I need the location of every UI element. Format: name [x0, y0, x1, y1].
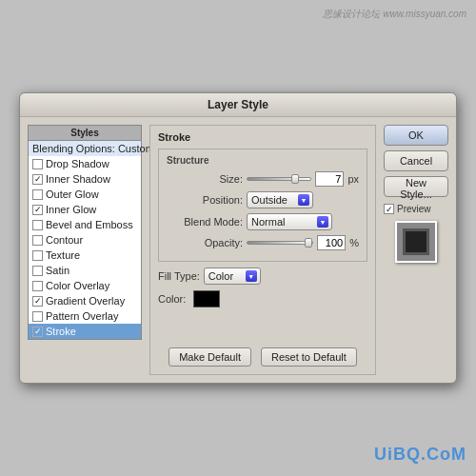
- pattern-overlay-checkbox[interactable]: [32, 311, 43, 322]
- drop-shadow-checkbox[interactable]: [32, 159, 43, 169]
- fill-type-dropdown[interactable]: Color ▼: [204, 268, 261, 285]
- color-overlay-label: Color Overlay: [46, 280, 109, 291]
- position-row: Position: Outside ▼: [167, 191, 359, 208]
- right-panel: OK Cancel New Style... ✓ Preview: [384, 125, 448, 375]
- opacity-label: Opacity:: [167, 237, 243, 248]
- inner-shadow-checkbox[interactable]: ✓: [32, 174, 43, 185]
- texture-checkbox[interactable]: [32, 250, 43, 261]
- styles-list-item-gradient-overlay[interactable]: ✓ Gradient Overlay: [29, 293, 141, 308]
- gradient-overlay-label: Gradient Overlay: [46, 295, 125, 307]
- blending-options-label: Blending Options: Custom: [32, 143, 154, 154]
- size-slider-thumb[interactable]: [291, 174, 299, 184]
- color-label: Color:: [158, 293, 186, 305]
- blend-mode-value: Normal: [251, 216, 285, 228]
- stroke-checkbox[interactable]: ✓: [32, 327, 43, 337]
- ok-button[interactable]: OK: [384, 125, 448, 146]
- fill-type-label: Fill Type:: [158, 270, 200, 282]
- styles-list-item-color-overlay[interactable]: Color Overlay: [29, 278, 141, 293]
- styles-list: Blending Options: Custom Drop Shadow ✓ I…: [28, 140, 142, 340]
- styles-list-item-blending[interactable]: Blending Options: Custom: [29, 141, 141, 156]
- styles-list-item-drop-shadow[interactable]: Drop Shadow: [29, 156, 141, 171]
- preview-label-row: ✓ Preview: [384, 204, 448, 214]
- watermark-bottom: UiBQ.CoM: [374, 445, 466, 465]
- make-default-button[interactable]: Make Default: [169, 347, 251, 367]
- middle-panel: Stroke Structure Size: px: [149, 125, 376, 375]
- size-row: Size: px: [167, 171, 359, 187]
- reset-to-default-button[interactable]: Reset to Default: [261, 347, 357, 367]
- fill-type-value: Color: [208, 270, 233, 282]
- styles-label: Styles: [28, 125, 142, 140]
- position-label: Position:: [167, 194, 243, 206]
- size-input[interactable]: [315, 171, 344, 187]
- opacity-slider-thumb[interactable]: [305, 238, 312, 248]
- gradient-overlay-checkbox[interactable]: ✓: [32, 296, 43, 307]
- structure-subsection-title: Structure: [167, 155, 359, 166]
- stroke-section-title: Stroke: [158, 131, 367, 143]
- opacity-row: Opacity: %: [167, 235, 359, 250]
- pattern-overlay-label: Pattern Overlay: [46, 310, 118, 322]
- inner-glow-checkbox[interactable]: ✓: [32, 205, 43, 215]
- preview-checkbox[interactable]: ✓: [384, 204, 394, 214]
- color-overlay-checkbox[interactable]: [32, 281, 43, 291]
- position-dropdown[interactable]: Outside ▼: [247, 191, 313, 208]
- satin-label: Satin: [46, 265, 69, 276]
- styles-list-item-pattern-overlay[interactable]: Pattern Overlay: [29, 308, 141, 324]
- fill-type-row: Fill Type: Color ▼: [158, 268, 367, 285]
- styles-list-item-bevel-emboss[interactable]: Bevel and Emboss: [29, 217, 141, 232]
- styles-list-item-outer-glow[interactable]: Outer Glow: [29, 187, 141, 202]
- texture-label: Texture: [46, 249, 80, 261]
- layer-style-dialog: Layer Style Styles Blending Options: Cus…: [19, 92, 457, 384]
- styles-list-item-satin[interactable]: Satin: [29, 263, 141, 278]
- position-dropdown-arrow: ▼: [298, 194, 309, 206]
- position-value: Outside: [251, 194, 288, 206]
- bottom-buttons: Make Default Reset to Default: [158, 347, 367, 367]
- styles-list-item-inner-shadow[interactable]: ✓ Inner Shadow: [29, 171, 141, 187]
- opacity-unit: %: [349, 237, 359, 248]
- blend-mode-row: Blend Mode: Normal ▼: [167, 213, 359, 230]
- watermark-top: 思缘设计论坛 www.missyuan.com: [323, 8, 466, 21]
- preview-inner: [403, 228, 429, 255]
- preview-box: [395, 221, 437, 263]
- inner-glow-label: Inner Glow: [46, 204, 96, 215]
- preview-label-text: Preview: [397, 204, 431, 214]
- styles-list-item-contour[interactable]: Contour: [29, 232, 141, 248]
- dialog-body: Styles Blending Options: Custom Drop Sha…: [20, 117, 456, 383]
- styles-list-item-inner-glow[interactable]: ✓ Inner Glow: [29, 202, 141, 217]
- bevel-emboss-checkbox[interactable]: [32, 220, 43, 230]
- size-unit: px: [347, 173, 359, 185]
- outer-glow-checkbox[interactable]: [32, 189, 43, 200]
- cancel-button[interactable]: Cancel: [384, 150, 448, 171]
- new-style-button[interactable]: New Style...: [384, 176, 448, 197]
- stroke-label: Stroke: [46, 326, 76, 337]
- dialog-titlebar: Layer Style: [20, 93, 456, 117]
- inner-shadow-label: Inner Shadow: [46, 173, 110, 185]
- blend-mode-dropdown-arrow: ▼: [317, 216, 328, 228]
- satin-checkbox[interactable]: [32, 266, 43, 276]
- bevel-emboss-label: Bevel and Emboss: [46, 219, 133, 230]
- opacity-slider-track[interactable]: [247, 241, 313, 245]
- stroke-section: Stroke Structure Size: px: [149, 125, 376, 375]
- drop-shadow-label: Drop Shadow: [46, 158, 109, 169]
- styles-list-item-texture[interactable]: Texture: [29, 248, 141, 263]
- contour-label: Contour: [46, 234, 83, 246]
- contour-checkbox[interactable]: [32, 235, 43, 246]
- size-label: Size:: [167, 173, 243, 185]
- spacer: [158, 315, 367, 344]
- blend-mode-label: Blend Mode:: [167, 216, 243, 228]
- color-swatch[interactable]: [193, 290, 220, 307]
- size-slider-track[interactable]: [247, 177, 311, 181]
- left-panel: Styles Blending Options: Custom Drop Sha…: [28, 125, 142, 375]
- opacity-input[interactable]: [317, 235, 346, 250]
- styles-list-item-stroke[interactable]: ✓ Stroke: [29, 324, 141, 339]
- blend-mode-dropdown[interactable]: Normal ▼: [247, 213, 332, 230]
- fill-type-dropdown-arrow: ▼: [246, 270, 257, 282]
- color-row: Color:: [158, 290, 367, 307]
- outer-glow-label: Outer Glow: [46, 188, 99, 200]
